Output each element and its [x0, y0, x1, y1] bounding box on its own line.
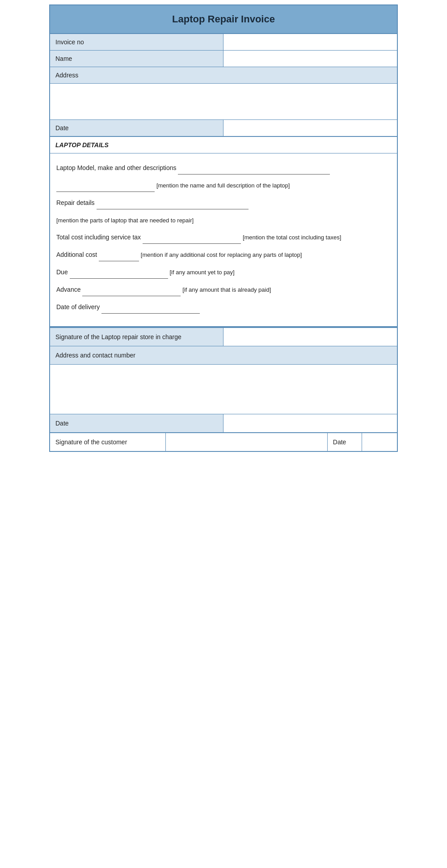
- address-value-row: [50, 84, 397, 120]
- customer-sig-row: Signature of the customer Date: [50, 433, 397, 451]
- delivery-label: Date of delivery: [56, 303, 100, 311]
- advance-line: Advance [if any amount that is already p…: [56, 283, 391, 296]
- store-sig-label: Signature of the Laptop repair store in …: [50, 328, 224, 346]
- total-cost-hint: [mention the total cost including taxes]: [243, 234, 341, 241]
- address-label-row: Address: [50, 67, 397, 84]
- laptop-details-section: LAPTOP DETAILS Laptop Model, make and ot…: [50, 137, 397, 327]
- address-label: Address: [50, 67, 397, 83]
- invoice-no-row: Invoice no: [50, 34, 397, 51]
- additional-cost-line: Additional cost [mention if any addition…: [56, 248, 391, 261]
- invoice-title: Laptop Repair Invoice: [55, 13, 392, 25]
- address-contact-value[interactable]: [50, 365, 397, 414]
- name-label: Name: [50, 51, 224, 67]
- invoice-container: Laptop Repair Invoice Invoice no Name Ad…: [49, 4, 398, 452]
- invoice-no-value[interactable]: [224, 34, 397, 50]
- laptop-details-title: LAPTOP DETAILS: [55, 141, 109, 149]
- store-date-value[interactable]: [224, 414, 397, 432]
- date-label: Date: [50, 120, 224, 136]
- repair-hint: [mention the parts of laptop that are ne…: [56, 217, 194, 224]
- address-contact-label-row: Address and contact number: [50, 346, 397, 365]
- model-hint: [mention the name and full description o…: [156, 182, 290, 189]
- due-blank[interactable]: [70, 266, 168, 279]
- store-sig-row: Signature of the Laptop repair store in …: [50, 328, 397, 346]
- advance-blank[interactable]: [82, 283, 181, 296]
- store-sig-value[interactable]: [224, 328, 397, 346]
- info-section: Invoice no Name Address Date: [50, 34, 397, 137]
- invoice-no-label: Invoice no: [50, 34, 224, 50]
- advance-hint: [if any amount that is already paid]: [182, 286, 271, 293]
- laptop-details-body: Laptop Model, make and other description…: [50, 153, 397, 326]
- due-line: Due [if any amount yet to pay]: [56, 266, 391, 279]
- model-blank2[interactable]: [56, 179, 155, 192]
- address-contact-label: Address and contact number: [50, 346, 397, 364]
- name-row: Name: [50, 51, 397, 67]
- date-row: Date: [50, 120, 397, 136]
- additional-cost-hint: [mention if any additional cost for repl…: [141, 251, 302, 258]
- model-hint-line: [mention the name and full description o…: [56, 179, 391, 192]
- model-blank[interactable]: [178, 162, 330, 174]
- model-line: Laptop Model, make and other description…: [56, 162, 391, 174]
- delivery-line: Date of delivery: [56, 301, 391, 314]
- repair-label: Repair details: [56, 199, 95, 206]
- address-value[interactable]: [50, 84, 397, 119]
- name-value[interactable]: [224, 51, 397, 67]
- advance-label: Advance: [56, 286, 80, 293]
- repair-blank[interactable]: [97, 196, 249, 209]
- model-label: Laptop Model, make and other description…: [56, 164, 177, 171]
- delivery-blank[interactable]: [101, 301, 200, 314]
- due-label: Due: [56, 268, 68, 276]
- date-value[interactable]: [224, 120, 397, 136]
- laptop-details-title-row: LAPTOP DETAILS: [50, 137, 397, 153]
- total-cost-blank[interactable]: [143, 231, 241, 244]
- store-date-row: Date: [50, 414, 397, 433]
- total-cost-label: Total cost including service tax: [56, 234, 141, 241]
- due-hint: [if any amount yet to pay]: [169, 269, 234, 276]
- repair-line: Repair details: [56, 196, 391, 209]
- customer-sig-value[interactable]: [166, 433, 328, 451]
- customer-sig-label: Signature of the customer: [50, 433, 166, 451]
- signature-section: Signature of the Laptop repair store in …: [50, 327, 397, 451]
- invoice-header: Laptop Repair Invoice: [50, 5, 397, 34]
- address-contact-value-row: [50, 365, 397, 414]
- customer-date-label: Date: [328, 433, 363, 451]
- total-cost-line: Total cost including service tax [mentio…: [56, 231, 391, 244]
- customer-date-value[interactable]: [362, 433, 397, 451]
- additional-cost-blank[interactable]: [99, 248, 139, 261]
- additional-cost-label: Additional cost: [56, 251, 97, 258]
- repair-hint-line: [mention the parts of laptop that are ne…: [56, 214, 391, 226]
- store-date-label: Date: [50, 414, 224, 432]
